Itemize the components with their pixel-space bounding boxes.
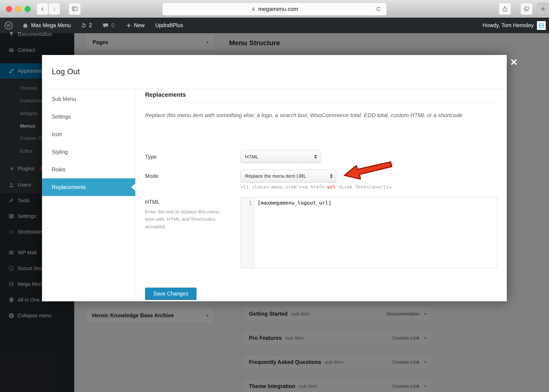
new-label: New bbox=[134, 22, 145, 28]
back-button[interactable]: ‹ bbox=[37, 3, 48, 15]
plus-icon bbox=[126, 23, 132, 28]
editor-content[interactable]: [maxmegamenu_logout_url] bbox=[254, 197, 497, 268]
active-tab-notch bbox=[131, 184, 135, 191]
new-tab-button[interactable]: + bbox=[537, 3, 549, 15]
screen: ‹ › megamenu.com + W Max Mega Menu bbox=[0, 0, 549, 392]
editor-gutter: 1 bbox=[241, 197, 254, 268]
site-name: Max Mega Menu bbox=[31, 22, 71, 28]
tab-styling[interactable]: Styling bbox=[42, 143, 135, 161]
comments-menu-item[interactable]: 0 bbox=[103, 22, 114, 28]
avatar bbox=[537, 21, 546, 30]
megamenu-avatar-icon bbox=[538, 22, 545, 29]
sidebar-icon bbox=[71, 6, 78, 12]
reload-icon[interactable] bbox=[375, 6, 381, 12]
modal-tabs-divider bbox=[135, 88, 135, 301]
select-arrows-icon bbox=[330, 174, 333, 178]
line-number: 1 bbox=[249, 200, 252, 206]
tab-settings[interactable]: Settings bbox=[42, 108, 135, 126]
menu-item-editor-modal: Log Out Sub Menu Settings Icon Styling R… bbox=[42, 55, 507, 301]
comments-icon bbox=[103, 22, 109, 28]
account-menu-item[interactable]: Howdy, Tom Hemsley bbox=[483, 21, 546, 30]
lock-icon bbox=[251, 7, 256, 12]
site-menu-item[interactable]: Max Mega Menu bbox=[22, 22, 71, 28]
modal-header-divider bbox=[42, 88, 507, 88]
forward-button[interactable]: › bbox=[49, 3, 60, 15]
share-button[interactable] bbox=[499, 3, 511, 15]
modal-title: Log Out bbox=[52, 55, 80, 88]
howdy-text: Howdy, Tom Hemsley bbox=[483, 22, 534, 28]
updraft-label: UpdraftPlus bbox=[155, 22, 183, 28]
tabs-icon bbox=[523, 6, 529, 12]
zoom-traffic-light[interactable] bbox=[25, 6, 31, 12]
comment-count: 0 bbox=[111, 22, 114, 28]
tab-overview-button[interactable] bbox=[521, 3, 533, 15]
panel-heading-divider bbox=[145, 103, 498, 103]
panel-description: Replace this menu item with something el… bbox=[145, 111, 484, 120]
update-count: 2 bbox=[89, 22, 92, 28]
svg-text:W: W bbox=[6, 23, 11, 28]
updates-menu-item[interactable]: 2 bbox=[81, 22, 92, 28]
panel-heading: Replacements bbox=[145, 91, 186, 98]
save-changes-button[interactable]: Save Changes bbox=[145, 288, 197, 300]
forward-icon: › bbox=[53, 4, 56, 14]
minimize-traffic-light[interactable] bbox=[15, 6, 21, 12]
mode-select-value: Replace the menu item URL bbox=[245, 173, 306, 179]
mode-label: Mode bbox=[145, 170, 158, 182]
tab-replacements[interactable]: Replacements bbox=[42, 178, 135, 196]
type-label: Type bbox=[145, 151, 157, 163]
close-icon[interactable]: ✕ bbox=[510, 57, 518, 67]
new-content-menu-item[interactable]: New bbox=[126, 22, 145, 28]
plus-icon: + bbox=[541, 4, 545, 14]
close-window-traffic-light[interactable] bbox=[6, 6, 12, 12]
browser-chrome: ‹ › megamenu.com + bbox=[0, 0, 549, 18]
url-text: megamenu.com bbox=[258, 6, 298, 12]
wp-admin-bar: W Max Mega Menu 2 0 New UpdraftPlus Howd… bbox=[0, 18, 549, 33]
share-icon bbox=[502, 6, 508, 12]
type-select[interactable]: HTML bbox=[241, 151, 320, 163]
html-help-text: Enter the text to replace this menu item… bbox=[145, 208, 224, 230]
tab-icon[interactable]: Icon bbox=[42, 126, 135, 143]
select-arrows-icon bbox=[314, 155, 317, 159]
sidebar-toggle-button[interactable] bbox=[69, 3, 81, 15]
updraftplus-menu-item[interactable]: UpdraftPlus bbox=[155, 22, 183, 28]
mode-select[interactable]: Replace the menu item URL bbox=[241, 170, 336, 182]
tab-sub-menu[interactable]: Sub Menu bbox=[42, 90, 135, 108]
html-code-editor[interactable]: 1 [maxmegamenu_logout_url] bbox=[241, 197, 497, 268]
home-icon bbox=[22, 22, 28, 28]
back-icon: ‹ bbox=[41, 4, 44, 14]
red-arrow-annotation bbox=[341, 161, 395, 182]
type-select-value: HTML bbox=[245, 154, 258, 160]
updates-icon bbox=[81, 22, 86, 28]
tab-roles[interactable]: Roles bbox=[42, 161, 135, 178]
code-hint: <li class='menu-item'><a href='url'>Link… bbox=[241, 184, 391, 190]
address-bar[interactable]: megamenu.com bbox=[162, 3, 387, 15]
html-label: HTML bbox=[145, 199, 160, 205]
